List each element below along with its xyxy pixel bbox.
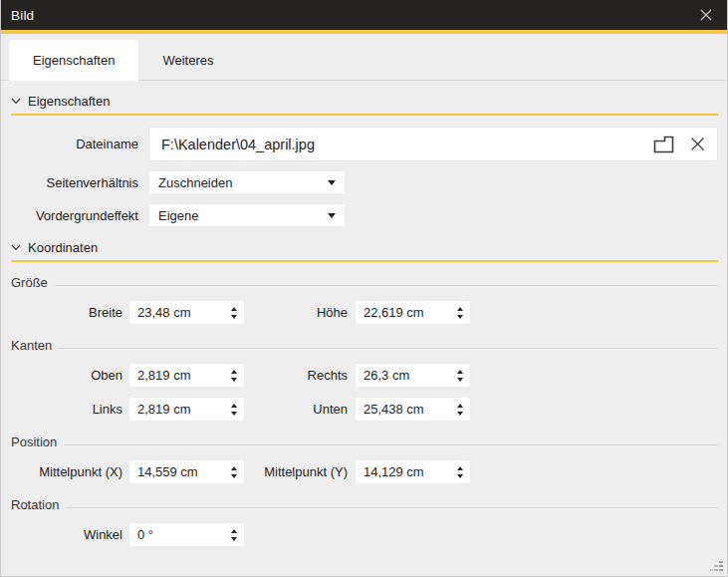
titlebar[interactable]: Bild (1, 0, 727, 30)
dateiname-label: Dateiname (11, 137, 138, 151)
group-legend-kanten: Kanten (11, 337, 718, 353)
browse-folder-icon[interactable] (653, 136, 674, 153)
legend-line (64, 444, 718, 445)
rechts-label: Rechts (245, 368, 348, 383)
legend-line (55, 285, 718, 286)
vordergrundeffekt-label: Vordergrundeffekt (11, 208, 138, 223)
links-stepper[interactable] (128, 397, 245, 422)
group-legend-rotation: Rotation (11, 496, 718, 512)
vordergrundeffekt-dropdown[interactable]: Eigene (148, 203, 346, 227)
hoehe-input[interactable] (356, 305, 444, 320)
rechts-input[interactable] (356, 368, 444, 383)
section-underline (11, 114, 718, 116)
dialog-title: Bild (11, 8, 34, 23)
vordergrundeffekt-row: Vordergrundeffekt Eigene (11, 203, 718, 227)
close-icon[interactable] (695, 4, 717, 26)
dateiname-row: Dateiname (11, 127, 718, 161)
kanten-row-1: Oben Rechts (11, 363, 718, 388)
spin-up-icon[interactable] (231, 370, 237, 374)
clear-file-icon[interactable] (690, 137, 705, 151)
breite-label: Breite (11, 305, 122, 320)
spin-down-icon[interactable] (457, 315, 463, 319)
spin-down-icon[interactable] (231, 315, 237, 319)
spin-up-icon[interactable] (457, 370, 463, 374)
kanten-row-2: Links Unten (11, 397, 718, 422)
section-title: Eigenschaften (28, 94, 110, 109)
hoehe-stepper[interactable] (355, 300, 471, 325)
legend-line (66, 507, 718, 508)
rechts-stepper[interactable] (355, 363, 471, 388)
group-label: Position (11, 434, 57, 449)
oben-input[interactable] (129, 368, 218, 383)
spin-up-icon[interactable] (231, 466, 237, 470)
oben-stepper[interactable] (128, 363, 245, 388)
mittelpunkt-x-label: Mittelpunkt (X) (11, 464, 122, 479)
mittelpunkt-x-stepper[interactable] (128, 459, 245, 484)
position-row: Mittelpunkt (X) Mittelpunkt (Y) (11, 459, 718, 484)
dateiname-field[interactable] (148, 127, 718, 161)
spin-up-icon[interactable] (457, 404, 463, 408)
accent-bar (1, 30, 727, 34)
spin-down-icon[interactable] (457, 474, 463, 478)
tab-eigenschaften[interactable]: Eigenschaften (9, 40, 138, 81)
links-input[interactable] (129, 402, 218, 417)
mittelpunkt-y-label: Mittelpunkt (Y) (245, 464, 348, 479)
group-label: Rotation (11, 497, 59, 512)
mittelpunkt-y-input[interactable] (356, 464, 444, 479)
spin-down-icon[interactable] (231, 537, 237, 541)
spin-up-icon[interactable] (457, 466, 463, 470)
oben-label: Oben (11, 368, 122, 383)
dropdown-caret-icon (328, 213, 336, 218)
spin-down-icon[interactable] (231, 474, 237, 478)
tab-weiteres[interactable]: Weiteres (138, 40, 237, 80)
dateiname-input[interactable] (161, 137, 653, 152)
section-header-eigenschaften[interactable]: Eigenschaften (11, 94, 718, 109)
hoehe-label: Höhe (245, 305, 348, 320)
breite-stepper[interactable] (128, 300, 245, 325)
unten-stepper[interactable] (355, 397, 471, 422)
rotation-row: Winkel (11, 522, 718, 547)
spin-down-icon[interactable] (231, 412, 237, 416)
chevron-down-icon (11, 244, 21, 251)
unten-input[interactable] (356, 402, 444, 417)
group-legend-position: Position (11, 433, 718, 449)
resize-grip[interactable] (710, 559, 723, 572)
dropdown-caret-icon (328, 180, 336, 185)
dialog-content: Eigenschaften Dateiname Seitenverhältnis… (1, 94, 727, 547)
spin-up-icon[interactable] (231, 404, 237, 408)
group-legend-groesse: Größe (11, 274, 718, 290)
spin-up-icon[interactable] (231, 307, 237, 311)
spin-up-icon[interactable] (231, 529, 237, 533)
spin-down-icon[interactable] (231, 378, 237, 382)
section-header-koordinaten[interactable]: Koordinaten (11, 240, 718, 255)
seitenverhaeltnis-dropdown[interactable]: Zuschneiden (148, 170, 346, 194)
links-label: Links (11, 402, 122, 417)
group-label: Kanten (11, 338, 52, 353)
breite-input[interactable] (129, 305, 218, 320)
groesse-row: Breite Höhe (11, 300, 718, 325)
chevron-down-icon (11, 98, 21, 105)
tab-bar: Eigenschaften Weiteres (1, 40, 727, 81)
winkel-label: Winkel (11, 527, 122, 542)
winkel-stepper[interactable] (128, 522, 245, 547)
group-label: Größe (11, 275, 48, 290)
seitenverhaeltnis-label: Seitenverhältnis (11, 175, 138, 190)
legend-line (59, 348, 718, 349)
mittelpunkt-x-input[interactable] (129, 464, 218, 479)
vordergrundeffekt-value: Eigene (158, 208, 198, 223)
spin-down-icon[interactable] (457, 412, 463, 416)
seitenverhaeltnis-row: Seitenverhältnis Zuschneiden (11, 170, 718, 194)
spin-down-icon[interactable] (457, 378, 463, 382)
section-title: Koordinaten (28, 240, 98, 255)
section-underline (11, 260, 718, 262)
spin-up-icon[interactable] (457, 307, 463, 311)
unten-label: Unten (245, 402, 348, 417)
winkel-input[interactable] (129, 527, 218, 542)
seitenverhaeltnis-value: Zuschneiden (158, 175, 232, 190)
mittelpunkt-y-stepper[interactable] (355, 459, 471, 484)
